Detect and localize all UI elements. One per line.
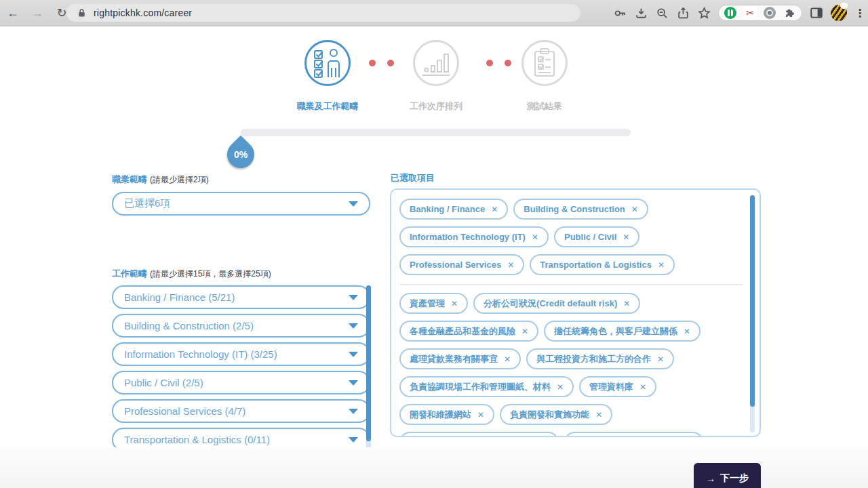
close-icon[interactable]: ✕	[491, 205, 498, 214]
extensions-group: ✂	[718, 5, 802, 21]
career-section-label: 職業範疇(請最少選擇2項)	[112, 174, 209, 186]
selected-category-chip: Building & Construction ✕	[513, 199, 648, 220]
chip-label: 處理貸款業務有關事宜	[410, 353, 498, 365]
work-dropdown-value: Transportation & Logistics (0/11)	[124, 434, 270, 445]
step-dot	[505, 60, 511, 66]
selected-category-chips: Banking / Finance ✕ Building & Construct…	[399, 199, 742, 275]
selected-category-chip: Information Technology (IT) ✕	[399, 226, 549, 247]
back-icon[interactable]: ←	[4, 4, 22, 22]
close-icon[interactable]: ✕	[658, 260, 665, 270]
extension-camera-icon[interactable]	[764, 7, 776, 19]
left-scrollbar-thumb[interactable]	[366, 285, 371, 441]
close-icon[interactable]: ✕	[477, 410, 484, 420]
chip-label: Building & Construction	[524, 204, 625, 214]
extension-scissors-icon[interactable]: ✂	[743, 6, 757, 20]
selected-detail-chip: 與工程投資方和施工方的合作 ✕	[526, 348, 674, 369]
career-section-hint: (請最少選擇2項)	[150, 175, 209, 184]
selected-detail-chip: 負責協調現場工作和管理圖紙、材料 ✕	[399, 376, 574, 397]
progress-percent-text: 0%	[227, 141, 254, 168]
career-dropdown-value: 已選擇6項	[124, 197, 170, 210]
selected-detail-chip: 提供個案輔導 ；心理教育及活動 ✕	[399, 432, 559, 437]
selected-detail-chip: 分析公司狀況(Credit default risk) ✕	[473, 293, 640, 314]
work-dropdown-value: Banking / Finance (5/21)	[124, 291, 235, 303]
step-dot	[486, 60, 493, 66]
close-icon[interactable]: ✕	[557, 382, 564, 392]
clipboard-checklist-icon	[524, 42, 566, 84]
work-section-label: 工作範疇(請最少選擇15項，最多選擇25項)	[112, 268, 271, 280]
step-dot	[387, 60, 394, 66]
checklist-person-icon	[307, 42, 349, 84]
close-icon[interactable]: ✕	[639, 382, 646, 392]
selected-items-title: 已選取項目	[391, 172, 435, 184]
career-section-title: 職業範疇	[112, 174, 147, 184]
selected-detail-chip: 資產管理 ✕	[399, 293, 468, 314]
step2-ranking-circle	[413, 40, 459, 86]
step3-label: 測試結果	[477, 100, 612, 113]
work-category-dropdown[interactable]: Banking / Finance (5/21)	[112, 285, 370, 309]
close-icon[interactable]: ✕	[532, 232, 538, 242]
chevron-down-icon	[349, 409, 358, 414]
chip-label: 開發和維護網站	[410, 409, 471, 421]
panel-scrollbar-thumb[interactable]	[750, 195, 755, 407]
zoom-out-icon[interactable]	[655, 6, 669, 20]
close-icon[interactable]: ✕	[631, 205, 638, 214]
chevron-down-icon	[349, 352, 358, 357]
share-icon[interactable]	[676, 6, 690, 20]
chip-label: 擔任統籌角色，與客戶建立關係	[554, 325, 677, 338]
next-step-button[interactable]: → 下一步	[694, 463, 761, 488]
bar-chart-icon	[415, 42, 457, 84]
chevron-down-icon	[349, 295, 358, 300]
profile-avatar[interactable]	[831, 5, 847, 21]
selected-detail-chip: 處理貸款業務有關事宜 ✕	[399, 348, 521, 369]
close-icon[interactable]: ✕	[623, 299, 630, 308]
work-section-title: 工作範疇	[112, 268, 147, 279]
chevron-down-icon	[349, 323, 358, 329]
chip-label: Transportation & Logistics	[540, 260, 652, 270]
career-category-dropdown[interactable]: 已選擇6項	[112, 192, 370, 216]
close-icon[interactable]: ✕	[595, 410, 602, 420]
close-icon[interactable]: ✕	[657, 354, 664, 364]
work-category-dropdown[interactable]: Building & Construction (2/5)	[112, 314, 370, 338]
chip-label: 負責開發和實施功能	[510, 409, 589, 421]
browser-toolbar: ← → ↻ rightpickhk.com/career	[0, 0, 868, 26]
close-icon[interactable]: ✕	[507, 260, 514, 270]
selected-items-panel: Banking / Finance ✕ Building & Construct…	[390, 188, 761, 437]
work-dropdown-value: Building & Construction (2/5)	[124, 320, 254, 331]
forward-icon[interactable]: →	[28, 4, 46, 22]
chip-label: Public / Civil	[564, 232, 616, 242]
chip-label: 協助實施、監測和改善服務	[574, 436, 680, 438]
bookmark-star-icon[interactable]	[697, 6, 711, 20]
browser-menu-icon[interactable]: ⋮	[854, 7, 865, 20]
next-step-label: 下一步	[720, 472, 749, 485]
step-dot	[369, 60, 376, 66]
side-panel-icon[interactable]	[810, 6, 823, 20]
chip-label: 與工程投資方和施工方的合作	[536, 353, 651, 365]
chip-label: 提供個案輔導 ；心理教育及活動	[410, 436, 536, 438]
extension-green-icon[interactable]	[724, 7, 736, 19]
close-icon[interactable]: ✕	[451, 299, 458, 308]
work-category-dropdown[interactable]: Information Technology (IT) (3/25)	[112, 342, 370, 366]
close-icon[interactable]: ✕	[684, 327, 690, 336]
close-icon[interactable]: ✕	[623, 232, 629, 242]
work-dropdown-value: Public / Civil (2/5)	[124, 377, 203, 388]
close-icon[interactable]: ✕	[504, 354, 511, 364]
install-download-icon[interactable]	[634, 6, 648, 20]
step3-result-circle	[521, 40, 568, 86]
arrow-right-icon: →	[706, 473, 715, 484]
panel-divider	[399, 284, 742, 285]
selected-category-chip: Transportation & Logistics ✕	[530, 254, 675, 275]
close-icon[interactable]: ✕	[521, 327, 528, 336]
chip-label: 資產管理	[410, 298, 445, 310]
work-category-dropdown[interactable]: Professional Services (4/7)	[112, 399, 370, 423]
chip-label: 各種金融產品和基金的風險	[410, 325, 515, 338]
chip-label: Banking / Finance	[410, 204, 485, 214]
lock-icon	[75, 6, 88, 20]
work-category-dropdown[interactable]: Transportation & Logistics (0/11)	[112, 428, 370, 447]
address-bar[interactable]: rightpickhk.com/career	[66, 4, 580, 22]
chip-label: Professional Services	[410, 260, 501, 270]
work-category-dropdown[interactable]: Public / Civil (2/5)	[112, 371, 370, 394]
progress-percent-badge: 0%	[222, 136, 260, 174]
password-key-icon[interactable]	[613, 6, 627, 20]
selected-detail-chip: 管理資料庫 ✕	[579, 376, 656, 397]
extensions-puzzle-icon[interactable]	[783, 6, 796, 20]
